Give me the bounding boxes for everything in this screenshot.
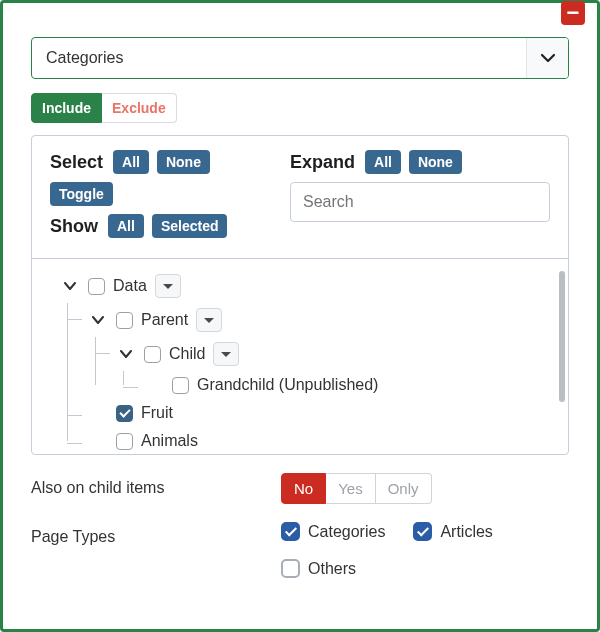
page-type-categories[interactable]: Categories	[281, 522, 385, 541]
filter-panel: − Categories Include Exclude Select All …	[0, 0, 600, 632]
also-on-child-segmented: No Yes Only	[281, 473, 432, 504]
tree-node-label: Data	[113, 277, 147, 295]
page-type-others[interactable]: Others	[281, 559, 569, 578]
tree-checkbox[interactable]	[116, 405, 133, 422]
tree-selector-box: Select All None Toggle Show All Selected…	[31, 135, 569, 455]
page-types-label: Page Types	[31, 522, 261, 546]
scrollbar-thumb[interactable]	[559, 271, 565, 402]
page-types-group: Categories Articles Others	[281, 522, 569, 578]
tree-node-menu[interactable]	[213, 342, 239, 366]
include-button[interactable]: Include	[31, 93, 102, 123]
tree-node-label: Parent	[141, 311, 188, 329]
tree-node-animals: Animals	[88, 427, 554, 454]
expand-all-button[interactable]: All	[365, 150, 401, 174]
expand-label: Expand	[290, 152, 355, 173]
also-on-child-only[interactable]: Only	[376, 473, 432, 504]
caret-toggle[interactable]	[88, 311, 108, 329]
also-on-child-row: Also on child items No Yes Only	[31, 473, 569, 504]
tree-checkbox[interactable]	[116, 312, 133, 329]
page-type-checkbox[interactable]	[281, 559, 300, 578]
select-label: Select	[50, 152, 103, 173]
search-input[interactable]	[290, 182, 550, 222]
tree-node-label: Animals	[141, 432, 198, 450]
tree-checkbox[interactable]	[144, 346, 161, 363]
tree-node-data: Data Parent	[60, 269, 554, 454]
page-type-checkbox[interactable]	[281, 522, 300, 541]
page-type-articles[interactable]: Articles	[413, 522, 492, 541]
show-all-button[interactable]: All	[108, 214, 144, 238]
category-dropdown[interactable]: Categories	[31, 37, 569, 79]
tree-node-child: Child Grandchild (Unpub	[116, 337, 554, 399]
tree-node-menu[interactable]	[155, 274, 181, 298]
tree-checkbox[interactable]	[88, 278, 105, 295]
category-dropdown-label: Categories	[32, 38, 526, 78]
caret-toggle[interactable]	[60, 277, 80, 295]
tree-node-menu[interactable]	[196, 308, 222, 332]
expand-none-button[interactable]: None	[409, 150, 462, 174]
tree-scroll-area[interactable]: Data Parent	[32, 258, 568, 454]
select-none-button[interactable]: None	[157, 150, 210, 174]
select-all-button[interactable]: All	[113, 150, 149, 174]
also-on-child-yes[interactable]: Yes	[326, 473, 375, 504]
tree-node-label: Grandchild (Unpublished)	[197, 376, 378, 394]
close-button[interactable]: −	[561, 1, 585, 25]
tree-node-fruit: Fruit	[88, 399, 554, 427]
select-toggle-button[interactable]: Toggle	[50, 182, 113, 206]
tree-node-label: Fruit	[141, 404, 173, 422]
page-type-checkbox[interactable]	[413, 522, 432, 541]
caret-toggle[interactable]	[116, 345, 136, 363]
minus-icon: −	[567, 2, 580, 24]
page-type-label: Articles	[440, 523, 492, 541]
tree-node-parent: Parent Child	[88, 303, 554, 399]
include-exclude-toggle: Include Exclude	[31, 93, 177, 123]
also-on-child-label: Also on child items	[31, 473, 261, 497]
page-type-label: Others	[308, 560, 356, 578]
tree-node-grandchild: Grandchild (Unpublished)	[144, 371, 554, 399]
tree-checkbox[interactable]	[116, 433, 133, 450]
exclude-button[interactable]: Exclude	[102, 93, 177, 123]
chevron-down-icon	[526, 38, 568, 78]
show-label: Show	[50, 216, 98, 237]
tree: Data Parent	[32, 259, 568, 454]
page-type-label: Categories	[308, 523, 385, 541]
tree-checkbox[interactable]	[172, 377, 189, 394]
tree-node-label: Child	[169, 345, 205, 363]
page-types-row: Page Types Categories Articles Others	[31, 522, 569, 578]
show-selected-button[interactable]: Selected	[152, 214, 228, 238]
also-on-child-no[interactable]: No	[281, 473, 326, 504]
